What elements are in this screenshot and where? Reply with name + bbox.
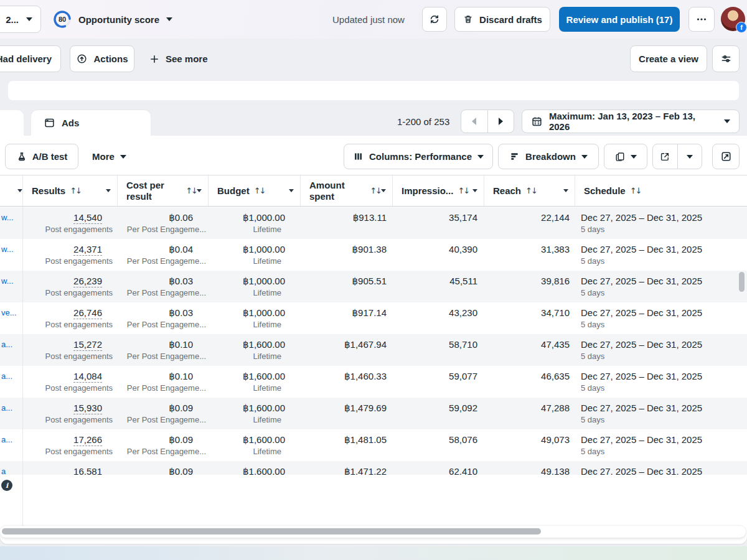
table-row[interactable]: w... 24,371 Post engagements ฿0.04 Per P… (0, 239, 747, 271)
impressions-value: 35,174 (392, 211, 484, 224)
reach-cell: 46,635 (484, 366, 575, 398)
see-more-button[interactable]: See more (149, 45, 208, 72)
campaign-selector-button[interactable]: 2... (0, 6, 41, 33)
ad-name-link[interactable]: a... (1, 340, 12, 349)
column-menu-chevron-icon[interactable] (563, 189, 568, 192)
opportunity-score[interactable]: 80 Opportunity score (53, 0, 172, 39)
vertical-scrollbar-thumb[interactable] (739, 272, 745, 292)
schedule-sub-label: 5 days (581, 446, 747, 457)
cost-per-result-cell: ฿0.09 Per Post Engageme... (117, 461, 208, 475)
breakdown-button[interactable]: Breakdown (498, 144, 599, 169)
table-row[interactable]: a... 15,930 Post engagements ฿0.09 Per P… (0, 398, 747, 429)
trash-icon (463, 14, 474, 25)
chevron-down-icon[interactable] (166, 17, 172, 21)
refresh-button[interactable] (422, 7, 447, 32)
table-header-cell[interactable]: Reach ↑↓ (484, 175, 575, 206)
table-header-cell[interactable]: Impressio... ↑↓ (392, 175, 484, 206)
column-menu-chevron-icon[interactable] (289, 189, 294, 192)
table-row[interactable]: a... 14,084 Post engagements ฿0.10 Per P… (0, 366, 747, 398)
ad-name-link[interactable]: a... (1, 403, 12, 413)
cost-per-result-value: ฿0.09 (117, 401, 208, 414)
had-delivery-filter-button[interactable]: Had delivery (0, 45, 61, 72)
view-settings-button[interactable] (712, 45, 740, 72)
sort-icon[interactable]: ↑↓ (458, 186, 469, 195)
info-button[interactable]: i (1, 480, 12, 491)
reports-button[interactable] (604, 144, 647, 169)
date-range-button[interactable]: Maximum: Jan 13, 2023 – Feb 13, 2026 (522, 110, 740, 133)
results-value[interactable]: 26,746 (73, 307, 102, 319)
budget-value: ฿1,600.00 (208, 338, 300, 351)
ad-name-link[interactable]: w... (1, 213, 14, 222)
review-publish-button[interactable]: Review and publish (17) (559, 7, 680, 32)
amount-spent-cell: ฿1,481.05 (300, 429, 392, 461)
amount-spent-cell: ฿1,471.22 (300, 461, 392, 475)
sort-icon[interactable]: ↑↓ (525, 186, 537, 195)
ad-name-link[interactable]: a... (1, 371, 12, 381)
next-page-button[interactable] (488, 110, 514, 133)
schedule-value: Dec 27, 2025 – Dec 31, 2025 (581, 338, 747, 351)
ad-name-cell: ve... (0, 302, 22, 334)
sort-icon[interactable]: ↑↓ (630, 186, 641, 195)
results-value[interactable]: 24,371 (73, 244, 102, 256)
sort-icon[interactable]: ↑↓ (370, 186, 381, 195)
results-value[interactable]: 14,540 (73, 212, 102, 224)
tab-ads[interactable]: Ads (31, 110, 151, 136)
results-value[interactable]: 15,272 (73, 339, 102, 351)
table-header-cell[interactable] (0, 175, 22, 206)
table-row[interactable]: a... 17,266 Post engagements ฿0.09 Per P… (0, 429, 747, 461)
amount-spent-cell: ฿913.11 (300, 207, 392, 239)
column-menu-chevron-icon[interactable] (197, 189, 202, 192)
create-view-label: Create a view (639, 54, 698, 64)
more-menu-button[interactable]: More (92, 144, 126, 169)
ad-name-link[interactable]: a (1, 467, 6, 475)
results-value[interactable]: 17,266 (73, 434, 102, 446)
create-view-button[interactable]: Create a view (630, 45, 707, 72)
column-menu-chevron-icon[interactable] (17, 189, 22, 192)
charts-button[interactable] (712, 144, 740, 169)
horizontal-scrollbar[interactable] (0, 526, 746, 538)
results-value[interactable]: 15,930 (73, 403, 102, 414)
budget-value: ฿1,000.00 (208, 211, 300, 224)
horizontal-scrollbar-thumb[interactable] (2, 528, 541, 534)
ab-test-button[interactable]: A/B test (5, 144, 78, 169)
impressions-value: 59,092 (392, 401, 484, 414)
sort-icon[interactable]: ↑↓ (186, 186, 197, 195)
ad-name-link[interactable]: ve... (1, 308, 17, 317)
sort-icon[interactable]: ↑↓ (70, 186, 81, 195)
table-row[interactable]: w... 14,540 Post engagements ฿0.06 Per P… (0, 207, 747, 239)
ad-name-link[interactable]: a... (1, 435, 12, 444)
table-row[interactable]: w... 26,239 Post engagements ฿0.03 Per P… (0, 271, 747, 302)
budget-value: ฿1,000.00 (208, 243, 300, 256)
discard-drafts-button[interactable]: Discard drafts (454, 7, 550, 32)
table-row[interactable]: a... 15,272 Post engagements ฿0.10 Per P… (0, 334, 747, 366)
results-cell: 14,084 Post engagements (22, 366, 117, 398)
results-value[interactable]: 26,239 (73, 276, 102, 287)
more-options-button[interactable] (688, 7, 715, 32)
table-header-cell[interactable]: Results ↑↓ (22, 175, 117, 206)
column-menu-chevron-icon[interactable] (106, 189, 111, 192)
chevron-down-icon (631, 155, 637, 159)
impressions-value: 45,511 (392, 274, 484, 287)
results-value[interactable]: 14,084 (73, 371, 102, 383)
export-options-button[interactable] (678, 144, 702, 169)
cost-per-result-cell: ฿0.04 Per Post Engageme... (117, 239, 208, 271)
table-header-cell[interactable]: Cost per result ↑↓ (117, 175, 208, 206)
sort-icon[interactable]: ↑↓ (254, 186, 265, 195)
table-header-cell[interactable]: Schedule ↑↓ (575, 175, 747, 206)
search-filter-bar[interactable] (7, 80, 740, 101)
columns-button[interactable]: Columns: Performance (344, 144, 493, 169)
actions-button[interactable]: Actions (70, 45, 134, 72)
column-menu-chevron-icon[interactable] (381, 189, 386, 192)
table-row[interactable]: ve... 26,746 Post engagements ฿0.03 Per … (0, 302, 747, 334)
ad-name-link[interactable]: w... (1, 245, 14, 254)
column-menu-chevron-icon[interactable] (472, 189, 477, 192)
table-header-cell[interactable]: Budget ↑↓ (208, 175, 300, 206)
previous-page-button[interactable] (461, 110, 488, 133)
avatar[interactable]: f (721, 7, 745, 31)
results-value[interactable]: 16,581 (73, 466, 102, 475)
ad-name-link[interactable]: w... (1, 276, 14, 286)
tab-ad-sets-partial[interactable] (0, 110, 24, 136)
export-button[interactable] (653, 144, 678, 169)
table-row[interactable]: a 16,581 Post engagements ฿0.09 Per Post… (0, 461, 747, 475)
table-header-cell[interactable]: Amount spent ↑↓ (300, 175, 392, 206)
